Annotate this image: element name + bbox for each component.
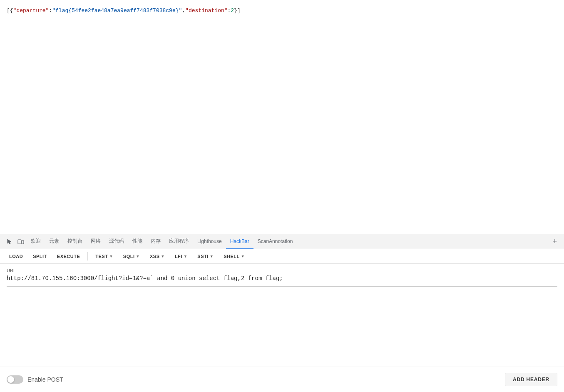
- enable-post-container: Enable POST: [7, 375, 63, 384]
- enable-post-label: Enable POST: [27, 376, 63, 383]
- ssti-arrow: ▼: [210, 254, 214, 258]
- test-arrow: ▼: [109, 254, 113, 258]
- json-response: [{"departure":"flag{54fee2fae48a7ea9eaff…: [7, 7, 557, 15]
- toolbar-divider: [87, 252, 88, 261]
- json-bracket-close: }]: [234, 7, 241, 14]
- test-button[interactable]: TEST ▼: [91, 252, 117, 261]
- ssti-button[interactable]: SSTI ▼: [193, 252, 218, 261]
- enable-post-toggle[interactable]: [7, 375, 23, 384]
- lfi-arrow: ▼: [184, 254, 187, 258]
- tab-elements[interactable]: 元素: [45, 234, 63, 249]
- execute-button[interactable]: EXECUTE: [53, 252, 84, 261]
- load-button[interactable]: LOAD: [5, 252, 27, 261]
- json-value-departure: "flag{54fee2fae48a7ea9eaff7483f7038c9e}": [52, 7, 182, 14]
- shell-button[interactable]: SHELL ▼: [219, 252, 249, 261]
- split-button[interactable]: SPLIT: [29, 252, 51, 261]
- json-key-departure: "departure": [13, 7, 49, 14]
- json-comma: ,: [182, 7, 185, 14]
- json-bracket-open: [{: [7, 7, 13, 14]
- lfi-button[interactable]: LFI ▼: [171, 252, 191, 261]
- toggle-knob: [7, 376, 14, 383]
- devtools-panel: 欢迎 元素 控制台 网络 源代码 性能 内存 应用程序 Lighthouse H…: [0, 234, 564, 392]
- tab-hackbar[interactable]: HackBar: [226, 234, 253, 249]
- tab-performance[interactable]: 性能: [128, 234, 147, 249]
- tab-memory[interactable]: 内存: [147, 234, 165, 249]
- sqli-arrow: ▼: [136, 254, 140, 258]
- svg-rect-1: [22, 241, 24, 244]
- xss-arrow: ▼: [161, 254, 164, 258]
- url-label: URL: [7, 268, 557, 273]
- tab-scanannotation[interactable]: ScanAnnotation: [253, 234, 297, 249]
- tab-bar: 欢迎 元素 控制台 网络 源代码 性能 内存 应用程序 Lighthouse H…: [0, 234, 564, 249]
- json-key-destination: "destination": [185, 7, 227, 14]
- add-tab-button[interactable]: +: [549, 236, 561, 248]
- hackbar-content: URL http://81.70.155.160:3000/flight?id=…: [0, 264, 564, 367]
- tab-application[interactable]: 应用程序: [165, 234, 193, 249]
- tab-network[interactable]: 网络: [87, 234, 105, 249]
- cursor-icon[interactable]: [3, 236, 15, 248]
- svg-rect-0: [18, 240, 21, 244]
- json-value-destination: 2: [231, 7, 234, 14]
- xss-button[interactable]: XSS ▼: [146, 252, 169, 261]
- url-value[interactable]: http://81.70.155.160:3000/flight?id=1&?=…: [7, 275, 557, 287]
- hackbar-toolbar: LOAD SPLIT EXECUTE TEST ▼ SQLI ▼ XSS ▼ L…: [0, 249, 564, 264]
- device-toggle-icon[interactable]: [15, 236, 27, 248]
- tab-sources[interactable]: 源代码: [105, 234, 128, 249]
- add-header-button[interactable]: ADD HEADER: [505, 373, 557, 386]
- tab-welcome[interactable]: 欢迎: [27, 234, 45, 249]
- sqli-button[interactable]: SQLI ▼: [119, 252, 144, 261]
- main-content: [{"departure":"flag{54fee2fae48a7ea9eaff…: [0, 0, 564, 234]
- tab-console[interactable]: 控制台: [63, 234, 87, 249]
- hackbar-bottom: Enable POST ADD HEADER: [0, 367, 564, 392]
- tab-lighthouse[interactable]: Lighthouse: [193, 234, 226, 249]
- shell-arrow: ▼: [241, 254, 245, 258]
